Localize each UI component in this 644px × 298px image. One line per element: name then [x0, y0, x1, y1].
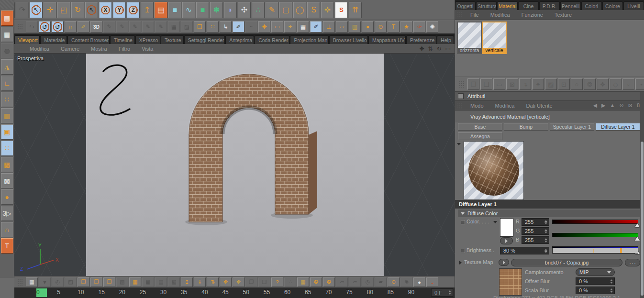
brightness-connect-box[interactable] [461, 249, 465, 253]
paint-brush-dim3-icon[interactable]: ✎ [129, 21, 141, 33]
render-editor-icon[interactable]: ▤ [1, 11, 13, 26]
workspace-tab[interactable]: Timeline [110, 35, 135, 44]
environment-icon[interactable]: ✣ [238, 2, 251, 18]
paint-brush2-icon[interactable]: ✐ [310, 21, 322, 33]
timeline-tick[interactable]: 60 [284, 287, 305, 298]
viewport-menu-item[interactable]: Mostra [85, 46, 113, 52]
viewport-menu-grip[interactable] [16, 45, 22, 52]
material-menu-item[interactable]: File [465, 12, 485, 18]
sampling-dropdown[interactable]: MIP [576, 268, 615, 276]
viewport-menu-item[interactable]: Camere [55, 46, 85, 52]
select-ring-icon[interactable]: ↺ [52, 21, 64, 33]
coordinate-system-icon[interactable]: ↥ [141, 2, 154, 18]
uv-ring-icon[interactable]: ◎ [362, 277, 374, 287]
redo-icon[interactable]: ↷ [16, 2, 29, 18]
timeline-tick[interactable]: 15 [98, 287, 119, 298]
timeline-tick[interactable]: 10 [78, 287, 98, 298]
object-group-icon[interactable]: ● [1, 189, 13, 205]
uv-mirror-icon[interactable]: ▨ [116, 277, 128, 287]
particles-icon[interactable]: ∴ [252, 2, 265, 18]
panel-tab[interactable]: Livelli [623, 1, 644, 10]
g-slider[interactable] [552, 233, 638, 237]
film-t-icon[interactable]: T [1, 238, 13, 254]
mat-grid1-icon[interactable]: ▫ [622, 78, 634, 90]
toolbar-grip[interactable] [17, 23, 23, 30]
select-loop-icon[interactable]: ↺ [39, 21, 51, 33]
timeline-tick[interactable]: 85 [388, 287, 408, 298]
r-value-field[interactable]: 255 [522, 218, 549, 226]
mat-shade-icon[interactable]: ▨ [545, 78, 557, 90]
stamp-icon[interactable]: ⊥ [323, 21, 335, 33]
spline-smooth-icon[interactable]: S [307, 2, 320, 18]
b-spinner[interactable] [544, 238, 547, 243]
live-selection-tool[interactable]: ↖ [30, 2, 43, 18]
uv-sun-dim-icon[interactable]: ✺ [400, 277, 412, 287]
assign-button[interactable]: Assegna [458, 132, 502, 140]
gradient-icon[interactable]: ▥ [349, 21, 361, 33]
paint-brush-dim5-icon[interactable]: ✎ [155, 21, 167, 33]
move-layer-icon[interactable]: ✥ [258, 21, 270, 33]
text-tool-icon[interactable]: T [388, 21, 400, 33]
pan-view-icon[interactable]: ✥ [419, 45, 424, 52]
uv-maximize-icon[interactable]: ✥ [233, 277, 244, 287]
magnify-tool-icon[interactable]: ⊙ [375, 21, 387, 33]
timeline-tick[interactable]: 55 [264, 287, 284, 298]
mat-cross-icon[interactable]: ◇ [610, 78, 622, 90]
checker-dim-icon[interactable]: ▦ [168, 21, 180, 33]
eyedropper-icon[interactable]: ✑ [413, 21, 425, 33]
offset-blur-field[interactable]: 0 % [576, 277, 615, 285]
uv-circle2-icon[interactable]: ❂ [323, 277, 335, 287]
mat-delete-icon[interactable]: ⊠ [506, 78, 518, 90]
timeline-tick[interactable]: 0 [36, 287, 57, 298]
uv-stack-icon[interactable]: ▤ [155, 277, 167, 287]
workspace-tab[interactable]: Viewport [14, 35, 40, 44]
viewport-menu-item[interactable]: Vista [136, 46, 159, 52]
camera-label[interactable]: Prospettiva [17, 55, 44, 61]
mat-copy-icon[interactable]: ❏ [480, 78, 492, 90]
paint-brush-icon[interactable]: ✐ [233, 21, 244, 33]
sketch-material-icon[interactable]: S [335, 2, 348, 18]
maximize-view-icon[interactable]: ▭ [445, 45, 451, 52]
zoom-view-icon[interactable]: ⇅ [428, 45, 433, 52]
uv-move-icon[interactable]: ❒ [78, 277, 89, 287]
mat-flat-icon[interactable]: ▭ [493, 78, 505, 90]
bottom-toolbar-grip[interactable] [17, 279, 23, 286]
workspace-tab[interactable]: Preferenze [406, 35, 436, 44]
panel-tab[interactable]: Struttura [476, 1, 497, 10]
material-thumb-verticale[interactable]: verticale [482, 22, 507, 54]
left-toolbar-grip[interactable] [0, 0, 14, 9]
subdivision-surface-icon[interactable]: ■ [196, 2, 209, 18]
texture-link-button[interactable] [500, 237, 513, 244]
material-thumb-orizzontale[interactable]: orizzonta [457, 22, 482, 54]
texture-thumbnail[interactable] [499, 268, 522, 296]
material-menu-item[interactable]: Texture [549, 12, 577, 18]
color-connect-box[interactable] [461, 220, 465, 224]
history-back-icon[interactable]: ◀ [593, 102, 597, 109]
cube-primitive-icon[interactable]: ■ [168, 2, 181, 18]
workspace-tab[interactable]: XPresso [135, 35, 160, 44]
deformer-icon[interactable]: ◗ [224, 2, 237, 18]
link-icon[interactable]: 8 [637, 102, 640, 109]
uv-grid-icon[interactable]: ▦ [129, 277, 141, 287]
rotate-tool[interactable]: ↻ [71, 2, 84, 18]
channel-tab[interactable]: Specular Layer 1 [550, 123, 594, 131]
uv-polygon-mode-icon[interactable]: ∷ [1, 141, 13, 156]
color-swatch[interactable] [500, 218, 513, 237]
panel-scrollbar-thumb[interactable] [641, 142, 644, 296]
workspace-tab[interactable]: Texture [161, 35, 184, 44]
redo-small-icon[interactable]: ↪ [26, 21, 38, 33]
workspace-tab[interactable]: Browser Livello [329, 35, 368, 44]
panel-tab[interactable]: Materiali [497, 1, 518, 10]
uv-split-icon[interactable]: ❑ [258, 277, 270, 287]
uv-manager-icon[interactable]: ▦ [26, 277, 38, 287]
timeline-tick[interactable]: 70 [325, 287, 346, 298]
uv-question-icon[interactable]: ? [271, 277, 283, 287]
diffuse-color-header[interactable]: Diffuse Color [458, 210, 641, 217]
edge-mode-icon[interactable]: ▦ [1, 108, 13, 123]
timeline-ruler[interactable]: 051015202530354045505560657075808590 0 F [14, 287, 455, 298]
timeline-tick[interactable]: 80 [367, 287, 388, 298]
model-mode-icon[interactable]: ◮ [1, 59, 13, 75]
uv-pointer-icon[interactable]: ❒ [103, 277, 115, 287]
material-menu-item[interactable]: Modifica [485, 12, 516, 18]
uv-up-icon[interactable]: ↥ [181, 277, 193, 287]
